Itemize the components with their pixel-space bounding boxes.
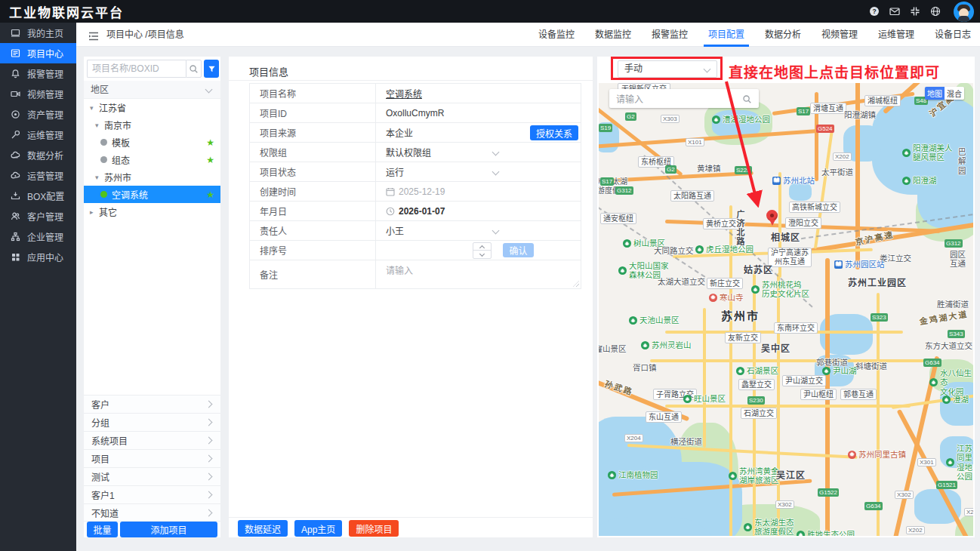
chevron-down-icon[interactable] — [492, 168, 500, 176]
quantity-stepper[interactable] — [473, 242, 492, 259]
section-label: 客户 — [91, 398, 109, 411]
tab-视频管理[interactable]: 视频管理 — [821, 23, 858, 47]
sidebar-item-box[interactable]: BOX配置 — [0, 186, 76, 206]
batch-button[interactable]: 批量 — [87, 522, 118, 537]
tree-node[interactable]: 模板★ — [84, 134, 220, 151]
search-input[interactable] — [87, 60, 186, 78]
filter-button[interactable] — [204, 60, 219, 78]
button-数据延迟[interactable]: 数据延迟 — [238, 520, 288, 537]
section-客户1[interactable]: 客户1 — [84, 485, 220, 503]
tree-group-header[interactable]: 地区 — [84, 81, 220, 99]
sidebar-item-label: 客户管理 — [27, 210, 63, 223]
sidebar-item-customer[interactable]: 客户管理 — [0, 206, 76, 226]
operation-icon — [11, 171, 20, 180]
select-value: 小王 — [386, 224, 404, 237]
section-客户[interactable]: 客户 — [84, 395, 220, 413]
button-App主页[interactable]: App主页 — [294, 520, 342, 537]
tree-node[interactable]: 组态★ — [84, 151, 220, 168]
user-avatar[interactable] — [954, 2, 974, 22]
road-badge: G2 — [665, 165, 676, 174]
video-icon — [11, 89, 20, 99]
section-分组[interactable]: 分组 — [84, 413, 220, 431]
sidebar-item-data[interactable]: 数据分析 — [0, 145, 76, 165]
tab-报警监控[interactable]: 报警监控 — [652, 23, 688, 47]
sidebar-item-ops[interactable]: 运维管理 — [0, 125, 76, 145]
attraction-icon: ★ — [709, 294, 717, 302]
section-不知道[interactable]: 不知道 — [84, 503, 220, 522]
form-value: 小王 — [376, 221, 581, 240]
tree-node[interactable]: ▾江苏省 — [84, 99, 220, 116]
map-label: 苏州市 — [721, 309, 760, 323]
tree-node[interactable]: ▾南京市 — [84, 116, 220, 134]
map-label: ▲东太湖生态 旅游度假区 — [744, 518, 794, 536]
map-label: ▲旺山景区 — [683, 394, 726, 403]
stepper-up-icon[interactable] — [473, 243, 491, 251]
section-label: 项目 — [91, 452, 109, 465]
sidebar-item-home[interactable]: 我的主页 — [0, 23, 76, 43]
ops-icon — [11, 130, 20, 140]
auth-relation-button[interactable]: 授权关系 — [530, 125, 578, 140]
sidebar-item-asset[interactable]: 资产管理 — [0, 104, 76, 125]
mail-icon[interactable] — [889, 6, 900, 17]
language-icon[interactable] — [930, 6, 941, 17]
collapse-menu-icon[interactable] — [88, 30, 99, 39]
sidebar-item-alarm[interactable]: 报警管理 — [0, 63, 76, 84]
tab-数据分析[interactable]: 数据分析 — [765, 23, 801, 47]
remark-textarea[interactable]: 请输入 — [376, 260, 581, 288]
sidebar-item-app[interactable]: 应用中心 — [0, 247, 76, 267]
tab-数据监控[interactable]: 数据监控 — [595, 23, 631, 47]
customer-icon — [11, 211, 20, 221]
map-road — [703, 308, 706, 448]
confirm-button[interactable]: 确认 — [503, 243, 534, 257]
add-project-button[interactable]: 添加项目 — [120, 522, 217, 537]
sidebar-item-project[interactable]: 项目中心 — [0, 43, 76, 63]
sidebar-item-operation[interactable]: 运营管理 — [0, 165, 76, 186]
road-badge: X202 — [833, 152, 852, 161]
stepper-down-icon[interactable] — [473, 251, 491, 258]
section-测试[interactable]: 测试 — [84, 467, 220, 485]
sidebar-item-enterprise[interactable]: 企业管理 — [0, 226, 76, 247]
tab-设备日志[interactable]: 设备日志 — [935, 23, 971, 47]
fullscreen-icon[interactable] — [910, 6, 920, 17]
map-panel: 手动 湘城枢纽渭塘互通阳澄湖镇沪宜高速▲漕湖湿地公园巴解园▲阳澄湖美人 腿风景区… — [597, 57, 975, 537]
project-name-link[interactable]: 空调系统 — [386, 87, 422, 100]
form-value-text: 本企业 — [386, 126, 413, 139]
map-label: 黄桥立交 — [703, 218, 739, 229]
favorite-star-icon[interactable]: ★ — [206, 155, 214, 165]
scenic-icon: ▲ — [729, 472, 737, 480]
tab-设备监控[interactable]: 设备监控 — [538, 23, 575, 47]
favorite-star-icon[interactable]: ★ — [206, 189, 214, 200]
search-icon[interactable] — [742, 94, 752, 103]
tree-node[interactable]: ▾苏州市 — [84, 168, 220, 186]
sidebar-item-video[interactable]: 视频管理 — [0, 84, 76, 104]
chevron-down-icon[interactable] — [492, 149, 500, 156]
sidebar-item-label: 我的主页 — [27, 26, 63, 39]
tree-node[interactable]: ▸其它 — [84, 203, 220, 220]
tab-运维管理[interactable]: 运维管理 — [878, 23, 914, 47]
map-layer-toggle: 地图混合 — [925, 87, 964, 100]
button-删除项目[interactable]: 删除项目 — [349, 520, 399, 537]
layer-地图[interactable]: 地图 — [925, 87, 945, 100]
map-label: ▲漕湖湿地公园 — [712, 115, 770, 124]
tab-项目配置[interactable]: 项目配置 — [708, 23, 744, 47]
section-项目[interactable]: 项目 — [84, 449, 220, 467]
road-badge: X302 — [775, 500, 794, 509]
map-search-box[interactable]: 请输入 — [609, 89, 759, 108]
annotation-hint-text: 直接在地图上点击目标位置即可 — [729, 61, 940, 82]
favorite-star-icon[interactable]: ★ — [206, 137, 214, 148]
road-badge: G1522 — [818, 488, 839, 497]
locate-mode-select[interactable]: 手动 — [618, 60, 717, 78]
sidebar-item-label: 报警管理 — [27, 67, 63, 80]
tree-node[interactable]: 空调系统★ — [84, 186, 220, 203]
help-icon[interactable]: ? — [869, 6, 880, 17]
map-label: 东方大道立交 — [925, 341, 972, 350]
section-系统项目[interactable]: 系统项目 — [84, 431, 220, 449]
search-button[interactable] — [186, 60, 202, 78]
chevron-right-icon — [205, 455, 213, 463]
map-canvas[interactable]: 湘城枢纽渭塘互通阳澄湖镇沪宜高速▲漕湖湿地公园巴解园▲阳澄湖美人 腿风景区▲阳澄… — [599, 83, 973, 536]
layer-混合[interactable]: 混合 — [945, 87, 964, 100]
map-label: 胜浦街道 — [937, 300, 969, 309]
chevron-down-icon[interactable] — [492, 227, 500, 235]
form-label: 排序号 — [250, 241, 376, 260]
map-label: ▲胜地生态公园 — [797, 530, 855, 536]
